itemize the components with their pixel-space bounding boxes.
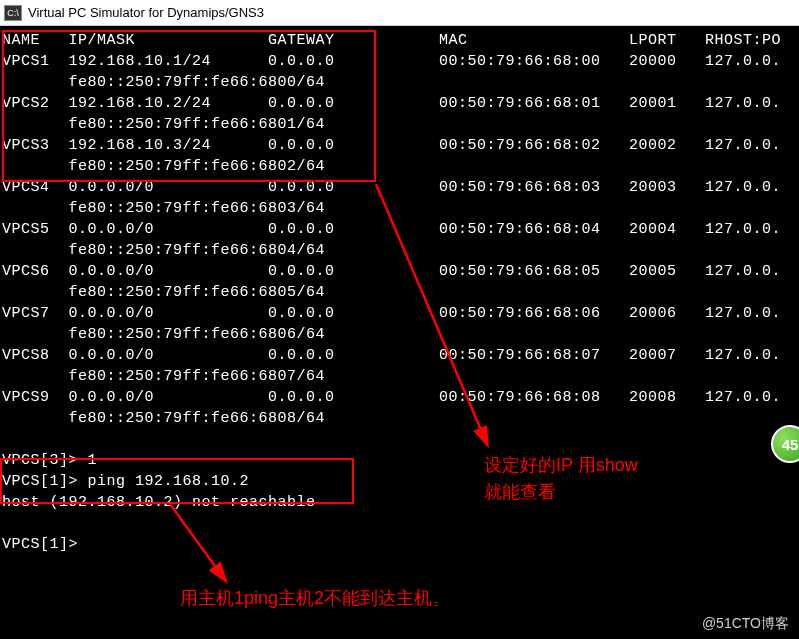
app-icon: C:\ <box>4 5 22 21</box>
window-title: Virtual PC Simulator for Dynamips/GNS3 <box>28 5 264 20</box>
annotation-ping-fail: 用主机1ping主机2不能到达主机。 <box>180 586 450 610</box>
window-titlebar[interactable]: C:\ Virtual PC Simulator for Dynamips/GN… <box>0 0 799 26</box>
annotation-show-ip: 设定好的IP 用show 就能查看 <box>484 452 638 506</box>
watermark: @51CTO博客 <box>702 615 789 633</box>
terminal-output[interactable]: NAME IP/MASK GATEWAY MAC LPORT RHOST:PO … <box>0 26 799 559</box>
